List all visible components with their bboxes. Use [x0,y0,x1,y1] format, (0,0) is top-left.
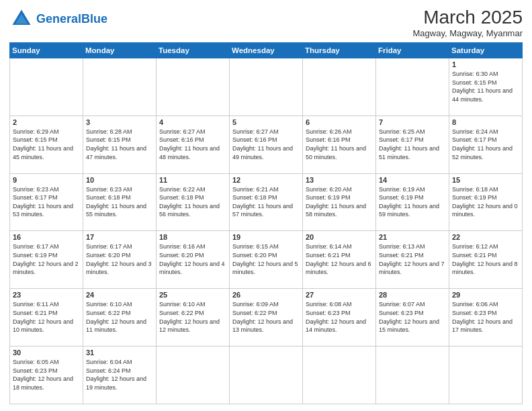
calendar-cell: 4Sunrise: 6:27 AM Sunset: 6:16 PM Daylig… [157,116,230,173]
day-number: 16 [13,233,80,241]
calendar-cell [83,58,157,116]
header: GeneralBlue March 2025 Magway, Magway, M… [9,7,523,38]
day-info: Sunrise: 6:10 AM Sunset: 6:22 PM Dayligh… [86,300,153,334]
day-number: 8 [452,118,519,126]
month-title: March 2025 [412,7,523,28]
day-info: Sunrise: 6:10 AM Sunset: 6:22 PM Dayligh… [159,300,226,334]
calendar-cell: 23Sunrise: 6:11 AM Sunset: 6:21 PM Dayli… [10,289,83,347]
calendar-cell: 17Sunrise: 6:17 AM Sunset: 6:20 PM Dayli… [83,231,157,289]
day-number: 15 [452,176,519,184]
calendar-cell: 16Sunrise: 6:17 AM Sunset: 6:19 PM Dayli… [10,231,83,289]
day-info: Sunrise: 6:23 AM Sunset: 6:17 PM Dayligh… [13,185,80,219]
calendar-cell [157,347,230,404]
day-number: 28 [379,291,446,299]
calendar-cell: 18Sunrise: 6:16 AM Sunset: 6:20 PM Dayli… [157,231,230,289]
day-info: Sunrise: 6:13 AM Sunset: 6:21 PM Dayligh… [379,242,446,276]
day-info: Sunrise: 6:22 AM Sunset: 6:18 PM Dayligh… [159,185,226,219]
calendar-cell: 26Sunrise: 6:09 AM Sunset: 6:22 PM Dayli… [230,289,303,347]
day-info: Sunrise: 6:14 AM Sunset: 6:21 PM Dayligh… [306,242,373,276]
calendar-week-1: 1Sunrise: 6:30 AM Sunset: 6:15 PM Daylig… [10,58,523,116]
day-info: Sunrise: 6:08 AM Sunset: 6:23 PM Dayligh… [306,300,373,334]
title-block: March 2025 Magway, Magway, Myanmar [412,7,523,38]
calendar-cell: 7Sunrise: 6:25 AM Sunset: 6:17 PM Daylig… [376,116,449,173]
calendar-cell [230,58,303,116]
day-number: 12 [232,176,300,184]
day-info: Sunrise: 6:06 AM Sunset: 6:23 PM Dayligh… [452,300,519,334]
day-number: 22 [452,233,519,241]
day-info: Sunrise: 6:25 AM Sunset: 6:17 PM Dayligh… [379,128,446,161]
day-info: Sunrise: 6:15 AM Sunset: 6:20 PM Dayligh… [232,242,300,276]
calendar-body: 1Sunrise: 6:30 AM Sunset: 6:15 PM Daylig… [10,58,523,404]
day-number: 25 [159,291,226,299]
day-number: 2 [13,118,80,126]
calendar-cell: 21Sunrise: 6:13 AM Sunset: 6:21 PM Dayli… [376,231,449,289]
day-number: 21 [379,233,446,241]
day-number: 29 [452,291,519,299]
day-info: Sunrise: 6:09 AM Sunset: 6:22 PM Dayligh… [232,300,300,334]
calendar-cell: 15Sunrise: 6:18 AM Sunset: 6:19 PM Dayli… [449,173,523,231]
day-info: Sunrise: 6:28 AM Sunset: 6:15 PM Dayligh… [86,128,153,161]
day-number: 4 [159,118,226,126]
calendar-cell: 19Sunrise: 6:15 AM Sunset: 6:20 PM Dayli… [230,231,303,289]
weekday-header-sunday: Sunday [10,43,83,58]
calendar-cell: 31Sunrise: 6:04 AM Sunset: 6:24 PM Dayli… [83,347,157,404]
weekday-header-saturday: Saturday [449,43,523,58]
day-number: 23 [13,291,80,299]
weekday-header-friday: Friday [376,43,449,58]
day-number: 7 [379,118,446,126]
calendar-cell: 2Sunrise: 6:29 AM Sunset: 6:15 PM Daylig… [10,116,83,173]
calendar-cell: 27Sunrise: 6:08 AM Sunset: 6:23 PM Dayli… [303,289,376,347]
calendar-cell [303,58,376,116]
day-number: 6 [306,118,373,126]
weekday-header-thursday: Thursday [303,43,376,58]
calendar-week-4: 16Sunrise: 6:17 AM Sunset: 6:19 PM Dayli… [10,231,523,289]
calendar-cell: 9Sunrise: 6:23 AM Sunset: 6:17 PM Daylig… [10,173,83,231]
day-number: 18 [159,233,226,241]
day-info: Sunrise: 6:30 AM Sunset: 6:15 PM Dayligh… [452,70,519,103]
logo: GeneralBlue [9,7,107,31]
calendar-cell: 29Sunrise: 6:06 AM Sunset: 6:23 PM Dayli… [449,289,523,347]
day-number: 9 [13,176,80,184]
logo-text: GeneralBlue [36,13,107,25]
calendar-cell: 30Sunrise: 6:05 AM Sunset: 6:23 PM Dayli… [10,347,83,404]
day-number: 11 [159,176,226,184]
day-number: 20 [306,233,373,241]
calendar-cell: 14Sunrise: 6:19 AM Sunset: 6:19 PM Dayli… [376,173,449,231]
day-info: Sunrise: 6:16 AM Sunset: 6:20 PM Dayligh… [159,242,226,276]
day-info: Sunrise: 6:04 AM Sunset: 6:24 PM Dayligh… [86,358,153,392]
day-number: 1 [452,60,519,68]
day-number: 30 [13,349,80,357]
day-info: Sunrise: 6:18 AM Sunset: 6:19 PM Dayligh… [452,185,519,219]
logo-icon [9,7,34,31]
day-number: 27 [306,291,373,299]
day-info: Sunrise: 6:26 AM Sunset: 6:16 PM Dayligh… [306,128,373,161]
day-info: Sunrise: 6:27 AM Sunset: 6:16 PM Dayligh… [159,128,226,161]
day-number: 17 [86,233,153,241]
calendar-cell: 28Sunrise: 6:07 AM Sunset: 6:23 PM Dayli… [376,289,449,347]
day-info: Sunrise: 6:29 AM Sunset: 6:15 PM Dayligh… [13,128,80,161]
calendar-week-2: 2Sunrise: 6:29 AM Sunset: 6:15 PM Daylig… [10,116,523,173]
calendar-cell: 24Sunrise: 6:10 AM Sunset: 6:22 PM Dayli… [83,289,157,347]
calendar-cell: 3Sunrise: 6:28 AM Sunset: 6:15 PM Daylig… [83,116,157,173]
day-info: Sunrise: 6:23 AM Sunset: 6:18 PM Dayligh… [86,185,153,219]
day-info: Sunrise: 6:17 AM Sunset: 6:20 PM Dayligh… [86,242,153,276]
day-info: Sunrise: 6:05 AM Sunset: 6:23 PM Dayligh… [13,358,80,392]
calendar-cell [157,58,230,116]
day-number: 19 [232,233,300,241]
location: Magway, Magway, Myanmar [412,28,523,38]
page: GeneralBlue March 2025 Magway, Magway, M… [0,0,532,411]
day-info: Sunrise: 6:24 AM Sunset: 6:17 PM Dayligh… [452,128,519,161]
day-info: Sunrise: 6:27 AM Sunset: 6:16 PM Dayligh… [232,128,300,161]
day-info: Sunrise: 6:20 AM Sunset: 6:19 PM Dayligh… [306,185,373,219]
day-info: Sunrise: 6:07 AM Sunset: 6:23 PM Dayligh… [379,300,446,334]
calendar-cell: 6Sunrise: 6:26 AM Sunset: 6:16 PM Daylig… [303,116,376,173]
day-number: 10 [86,176,153,184]
calendar-week-3: 9Sunrise: 6:23 AM Sunset: 6:17 PM Daylig… [10,173,523,231]
day-number: 26 [232,291,300,299]
calendar-week-6: 30Sunrise: 6:05 AM Sunset: 6:23 PM Dayli… [10,347,523,404]
day-info: Sunrise: 6:11 AM Sunset: 6:21 PM Dayligh… [13,300,80,334]
calendar-cell: 11Sunrise: 6:22 AM Sunset: 6:18 PM Dayli… [157,173,230,231]
calendar-cell: 22Sunrise: 6:12 AM Sunset: 6:21 PM Dayli… [449,231,523,289]
calendar-cell: 1Sunrise: 6:30 AM Sunset: 6:15 PM Daylig… [449,58,523,116]
day-number: 31 [86,349,153,357]
